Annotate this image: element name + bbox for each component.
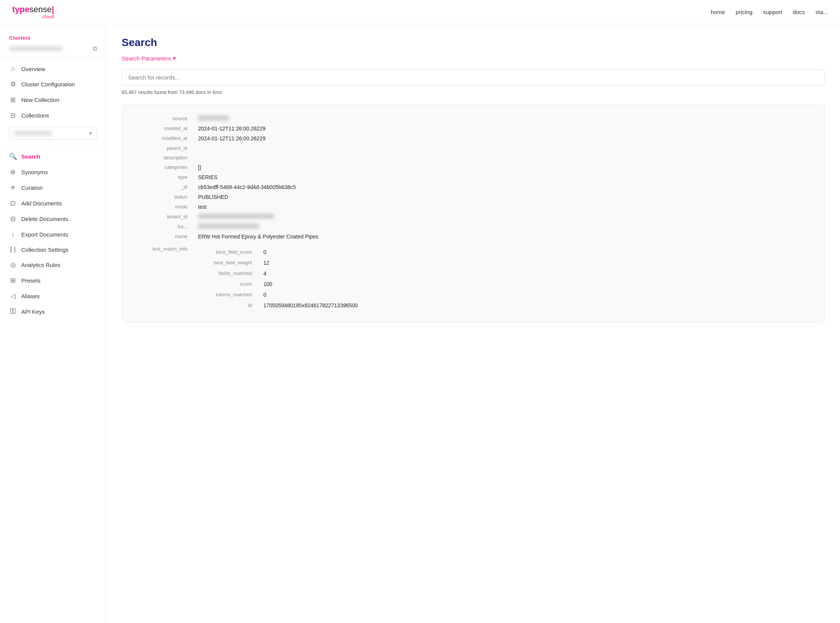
search-params-toggle[interactable]: Search Parameters ▾ [122, 55, 176, 62]
nav-pricing[interactable]: pricing [736, 9, 753, 15]
field-value: 2024-01-12T11:26:00.26229 [195, 124, 812, 134]
results-info: 65,467 results found from 73,496 docs in… [122, 89, 825, 95]
sidebar-item-aliases[interactable]: ◁ Aliases [0, 289, 106, 304]
field-key: tenant_id [134, 212, 195, 222]
table-row: modified_at 2024-01-12T11:26:00.26229 [134, 134, 812, 143]
sidebar-item-label: Cluster Configuration [21, 81, 75, 87]
table-row: type SERIES [134, 172, 812, 182]
collection-settings-icon: { } [9, 246, 17, 253]
table-row: mode test [134, 202, 812, 212]
field-key: tra... [134, 222, 195, 232]
tm-key: score [199, 279, 260, 289]
nav-docs[interactable]: docs [793, 9, 805, 15]
sidebar-item-analytics-rules[interactable]: ◎ Analytics Rules [0, 257, 106, 272]
sidebar-item-label: Collection Settings [21, 246, 68, 253]
sidebar-item-curation[interactable]: ✳ Curation [0, 180, 106, 195]
table-row: tokens_matched 0 [199, 290, 808, 300]
tm-value: 0 [260, 247, 808, 257]
sidebar-item-label: Add Documents [21, 200, 62, 207]
field-key: text_match_info [134, 242, 195, 313]
table-row: description [134, 153, 812, 162]
curation-icon: ✳ [9, 184, 17, 192]
field-value: ERW Hot Formed Epoxy & Polyester Coated … [195, 232, 812, 242]
delete-docs-icon: ⊟ [9, 215, 17, 223]
sidebar-item-synonyms[interactable]: ⊛ Synonyms [0, 165, 106, 180]
presets-icon: ⊞ [9, 277, 17, 284]
sidebar-item-new-collection[interactable]: ⊞ New Collection [0, 92, 106, 107]
logo: typesense| cloud [12, 5, 54, 19]
main-content: Search Search Parameters ▾ 65,467 result… [106, 24, 840, 623]
topnav: typesense| cloud home pricing support do… [0, 0, 840, 24]
table-row: source [134, 114, 812, 124]
tm-value: 100 [260, 279, 808, 289]
field-value: PUBLISHED [195, 192, 812, 202]
field-key: source [134, 114, 195, 124]
app-body: Clusters ⧉ ⌂ Overview ⚙ Cluster Configur… [0, 24, 840, 623]
field-key: created_at [134, 124, 195, 134]
table-row: _id cb53edff-5469-44c2-9d4d-34b005b638c5 [134, 182, 812, 192]
field-key: description [134, 153, 195, 162]
record-fields-table: source created_at 2024-01-12T11:26:00.26… [134, 114, 812, 313]
new-collection-icon: ⊞ [9, 96, 17, 104]
field-value: 2024-01-12T11:26:00.26229 [195, 134, 812, 143]
field-value: test [195, 202, 812, 212]
table-row: created_at 2024-01-12T11:26:00.26229 [134, 124, 812, 134]
tm-value: 1705059480185x824617822713396500 [260, 300, 808, 310]
sidebar-item-delete-documents[interactable]: ⊟ Delete Documents [0, 211, 106, 226]
table-row: parent_id [134, 143, 812, 153]
export-docs-icon: ↓ [9, 230, 17, 238]
tm-key: tokens_matched [199, 290, 260, 300]
cluster-name-blurred [9, 46, 62, 51]
sidebar-item-label: Overview [21, 66, 45, 72]
sidebar: Clusters ⧉ ⌂ Overview ⚙ Cluster Configur… [0, 24, 106, 623]
chevron-down-icon: ▾ [89, 130, 92, 136]
add-docs-icon: ⊡ [9, 199, 17, 207]
field-value [195, 212, 812, 222]
search-input[interactable] [122, 69, 825, 86]
table-row: id 1705059480185x824617822713396500 [199, 300, 808, 310]
field-value [195, 153, 812, 162]
synonyms-icon: ⊛ [9, 168, 17, 176]
sidebar-item-overview[interactable]: ⌂ Overview [0, 62, 106, 76]
sidebar-item-collection-settings[interactable]: { } Collection Settings [0, 242, 106, 257]
tm-key: fields_matched [199, 269, 260, 278]
sidebar-item-search[interactable]: 🔍 Search [0, 149, 106, 164]
sidebar-item-label: Search [21, 153, 40, 160]
tm-value: 0 [260, 290, 808, 300]
table-row: status PUBLISHED [134, 192, 812, 202]
collection-name-blurred [14, 131, 52, 136]
aliases-icon: ◁ [9, 292, 17, 300]
table-row: tenant_id [134, 212, 812, 222]
sidebar-item-export-documents[interactable]: ↓ Export Documents [0, 227, 106, 242]
tm-key: best_field_weight [199, 258, 260, 268]
field-value: cb53edff-5469-44c2-9d4d-34b005b638c5 [195, 182, 812, 192]
field-value [195, 114, 812, 124]
external-link-icon[interactable]: ⧉ [93, 45, 97, 52]
search-params-label: Search Parameters [122, 55, 171, 62]
table-row: best_field_score 0 [199, 247, 808, 257]
nav-support[interactable]: support [763, 9, 782, 15]
sidebar-divider [0, 146, 106, 146]
record-card: source created_at 2024-01-12T11:26:00.26… [122, 104, 825, 323]
cluster-row: ⧉ [0, 43, 106, 58]
sidebar-item-label: Curation [21, 184, 43, 191]
sidebar-item-api-keys[interactable]: ⚿ API Keys [0, 304, 106, 319]
sidebar-item-cluster-configuration[interactable]: ⚙ Cluster Configuration [0, 77, 106, 92]
field-value [195, 143, 812, 153]
sidebar-item-label: Delete Documents [21, 216, 68, 222]
nav-status[interactable]: sta... [815, 9, 828, 15]
topnav-links: home pricing support docs sta... [711, 9, 828, 15]
nav-home[interactable]: home [711, 9, 725, 15]
field-key: categories [134, 162, 195, 172]
clusters-label: Clusters [0, 32, 106, 42]
sidebar-item-label: Aliases [21, 293, 40, 299]
sidebar-item-collections[interactable]: ⊟ Collections [0, 108, 106, 123]
field-key: _id [134, 182, 195, 192]
collection-dropdown[interactable]: ▾ [9, 127, 97, 140]
tm-key: best_field_score [199, 247, 260, 257]
sidebar-item-add-documents[interactable]: ⊡ Add Documents [0, 196, 106, 211]
page-title: Search [122, 37, 825, 49]
tm-value: 4 [260, 269, 808, 278]
sidebar-item-presets[interactable]: ⊞ Presets [0, 273, 106, 288]
logo-text: typesense| [12, 5, 54, 14]
